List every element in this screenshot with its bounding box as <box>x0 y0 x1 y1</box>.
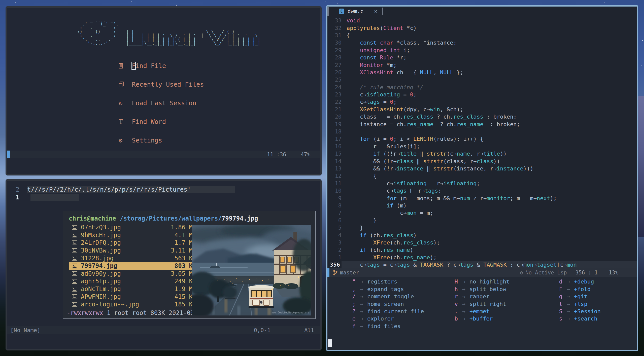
whichkey-label: ranger <box>469 293 489 300</box>
code-line[interactable]: 17 for (i = 0; i < LENGTH(rules); i++) { <box>327 135 637 143</box>
file-list-item[interactable]: 24LrDFQ.jpg 1.7 M <box>69 239 195 247</box>
code-text: c→isfloating = 0; <box>342 91 637 98</box>
file-list-item[interactable]: APwFMIM.jpg 415 K <box>69 293 195 301</box>
whichkey-binding[interactable]: , → expand tags <box>336 286 424 293</box>
whichkey-binding[interactable]: F → +fold <box>543 286 601 293</box>
whichkey-binding[interactable]: h → split below <box>439 286 510 293</box>
code-line[interactable]: 9 for (m = mons; m && m→num ≠ r→monitor;… <box>327 194 637 202</box>
code-line[interactable]: 14 && (!r→class ‖ strstr(class, r→class)… <box>327 157 637 165</box>
code-text: XGetClassHint(dpy, c→win, &ch); <box>342 106 637 113</box>
code-text: if (m) <box>342 202 637 209</box>
tab-dwm-c[interactable]: C dwm.c × <box>339 8 377 14</box>
whichkey-binding[interactable]: ? → find current file <box>336 308 424 315</box>
whichkey-binding[interactable]: s → +search <box>543 315 601 322</box>
code-line[interactable]: 3 XFree(ch.res_class); <box>327 239 637 246</box>
user-host: chris@machine <box>69 215 116 222</box>
code-line[interactable]: 8 if (m) <box>327 202 637 209</box>
close-icon[interactable]: × <box>374 8 377 14</box>
arrow-right-icon: → <box>562 293 574 300</box>
code-text: applyrules(Client *c) <box>342 24 637 31</box>
file-size: 1.9 M <box>175 286 193 293</box>
whichkey-binding[interactable]: / → comment toggle <box>336 293 424 300</box>
code-line[interactable]: 22 c→tags = 0; <box>327 98 637 105</box>
bufferline: C dwm.c × <box>327 7 637 16</box>
code-line[interactable]: 29 unsigned int i; <box>327 47 637 54</box>
whichkey-binding[interactable]: f → find files <box>336 323 424 330</box>
code-line[interactable]: 7 c→mon = m; <box>327 209 637 217</box>
desktop: _ .... _ .' (_' '. : . : _ __ ___ :) () … <box>0 0 644 356</box>
whichkey-binding[interactable]: ; → home screen <box>336 300 424 307</box>
code-line[interactable]: 4 if (ch.res_class) <box>327 231 637 239</box>
code-line[interactable]: 1 XFree(ch.res_name); <box>327 254 637 261</box>
arrow-right-icon: → <box>562 315 574 322</box>
code-line[interactable]: 27 Monitor *m; <box>327 61 637 68</box>
code-line[interactable]: 10 c→tags ⊨ r→tags; <box>327 187 637 194</box>
menu-item-recently-used-files[interactable]: Recently Used Files <box>119 81 209 88</box>
whichkey-binding[interactable]: r → ranger <box>439 293 510 300</box>
code-line[interactable]: 16 r = &rules[i]; <box>327 143 637 150</box>
file-size: 249 K <box>175 278 193 285</box>
file-name: 799794.jpg <box>81 262 117 269</box>
whichkey-binding[interactable]: b → +buffer <box>439 315 510 322</box>
line-number: 17 <box>327 136 342 142</box>
file-list-item[interactable]: 31228.jpg 563 K <box>69 254 195 262</box>
file-size: 3.05 M <box>171 270 193 277</box>
file-list-item[interactable]: 30iNVBw.jpg 3.11 M <box>69 247 195 255</box>
arrow-right-icon: → <box>562 308 574 314</box>
file-manager-popup: chris@machine /storag/Pictures/wallpaper… <box>63 211 316 319</box>
code-line[interactable]: 2 if (ch.res_name) <box>327 246 637 254</box>
file-list-item[interactable]: aoNcTLm.jpg 1.9 M <box>69 285 195 293</box>
code-line[interactable]: 20 class = ch.res_class ? ch.res_class :… <box>327 113 637 120</box>
menu-item-load-last-session[interactable]: ↻ Load Last Session <box>119 99 209 107</box>
whichkey-binding[interactable]: l → +lsp <box>543 300 601 307</box>
arrow-right-icon: → <box>356 301 367 307</box>
whichkey-binding[interactable]: v → split right <box>439 300 510 307</box>
code-line[interactable]: 5 } <box>327 224 637 231</box>
buffer-line[interactable]: 2 t///s/P//2/h/c/.l/s/n/s/p/p/s/r/r/s/Pi… <box>7 186 320 193</box>
whichkey-binding[interactable]: " → registers <box>336 278 424 285</box>
code-line[interactable]: 21 XGetClassHint(dpy, c→win, &ch); <box>327 106 637 113</box>
whichkey-binding[interactable]: S → +Session <box>543 308 601 315</box>
code-line[interactable]: 15 if ((!r→title ‖ strstr(c→name, r→titl… <box>327 150 637 157</box>
menu-item-find-file[interactable]: Find File <box>119 62 209 70</box>
code-line[interactable]: 25 <box>327 76 637 83</box>
whichkey-binding[interactable]: . → +emmet <box>439 308 510 315</box>
file-name: 9hMxcHr.jpg <box>81 232 121 239</box>
code-line[interactable]: 28 const Rule *r; <box>327 54 637 61</box>
code-line[interactable]: 26 XClassHint ch = { NULL, NULL }; <box>327 69 637 76</box>
code-text: for (i = 0; i < LENGTH(rules); i++) { <box>342 135 637 143</box>
code-text: } <box>342 224 637 231</box>
whichkey-binding[interactable]: g → +git <box>543 293 601 300</box>
code-line[interactable]: 24 /* rule matching */ <box>327 84 637 91</box>
copy-icon <box>119 82 128 87</box>
code-line[interactable]: 12 { <box>327 172 637 180</box>
code-line[interactable]: 23 c→isfloating = 0; <box>327 91 637 98</box>
file-list-item[interactable]: arco-login-~.jpg 185 K <box>69 301 195 308</box>
git-branch-name: master <box>340 270 359 276</box>
code-line[interactable]: 356 c→tags = c→tags & TAGMASK ? c→tags &… <box>327 261 637 268</box>
code-line[interactable]: 30 const char *class, *instance; <box>327 39 637 46</box>
file-list-item[interactable]: 07nEzQ3.jpg 1.86 M <box>69 224 195 231</box>
code-line[interactable]: 19 instance = ch.res_name ? ch.res_name … <box>327 120 637 128</box>
whichkey-binding[interactable]: H → no highlight <box>439 278 510 285</box>
code-line[interactable]: 13 && (!r→instance ‖ strstr(instance, r→… <box>327 165 637 172</box>
file-list-item[interactable]: ad6v90y.jpg 3.05 M <box>69 270 195 278</box>
line-number: 22 <box>327 99 342 105</box>
menu-item-settings[interactable]: ⚙ Settings <box>119 137 209 144</box>
code-line[interactable]: 31 { <box>327 32 637 39</box>
file-list-item[interactable]: aghr5Ip.jpg 249 K <box>69 277 195 285</box>
code-line[interactable]: 6 } <box>327 217 637 224</box>
code-line[interactable]: 33 void <box>327 17 637 24</box>
statusline-time: 11 :36 <box>267 152 286 158</box>
file-list-item[interactable]: 9hMxcHr.jpg 4.1 M <box>69 231 195 239</box>
buffer-line-current[interactable]: 1 <box>7 193 320 201</box>
whichkey-binding[interactable]: d → +debug <box>543 278 601 285</box>
code-line[interactable]: 11 c→isfloating = r→isfloating; <box>327 180 637 187</box>
file-name: 31228.jpg <box>81 255 114 262</box>
file-list-item[interactable]: 799794.jpg 803 K <box>69 262 195 270</box>
code-editor-area[interactable]: 33 void 32 applyrules(Client *c) 31 { 30… <box>327 16 637 268</box>
code-line[interactable]: 32 applyrules(Client *c) <box>327 24 637 31</box>
code-line[interactable]: 18 <box>327 128 637 135</box>
menu-item-find-word[interactable]: T Find Word <box>119 118 209 126</box>
whichkey-binding[interactable]: e → explorer <box>336 315 424 322</box>
